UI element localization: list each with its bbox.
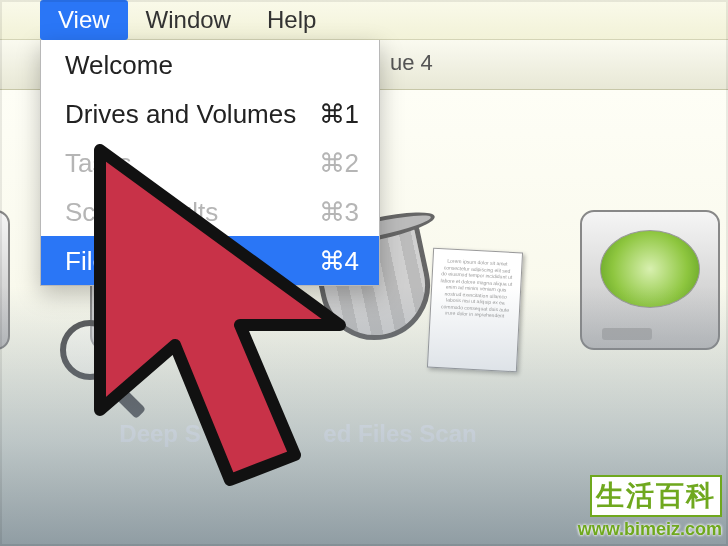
menu-item-shortcut: ⌘2: [319, 148, 359, 179]
menubar-item-view[interactable]: View: [40, 0, 128, 40]
menu-item-shortcut: ⌘4: [319, 246, 359, 277]
menu-item-label: Tasks: [65, 148, 131, 179]
watermark-text: 生活百科: [590, 475, 722, 517]
watermark-url: www.bimeiz.com: [578, 519, 722, 540]
tab-label-fragment: ue 4: [390, 50, 433, 76]
menubar: View Window Help: [0, 0, 728, 40]
menu-item-label: FileIQ: [65, 246, 134, 277]
menu-item-label: Welcome: [65, 50, 173, 81]
menu-item-tasks: Tasks ⌘2: [41, 138, 379, 187]
menu-item-shortcut: ⌘1: [319, 99, 359, 130]
menubar-item-window[interactable]: Window: [128, 0, 249, 40]
menu-item-fileiq[interactable]: FileIQ ⌘4: [41, 236, 379, 285]
card-label: an: [0, 420, 30, 448]
card-label: ed Files Scan: [290, 420, 510, 448]
view-menu-dropdown: Welcome Drives and Volumes ⌘1 Tasks ⌘2 S…: [40, 40, 380, 286]
drive-green-icon: [560, 210, 728, 390]
menu-item-scan-results: Scan Results ⌘3: [41, 187, 379, 236]
card-scan-partial[interactable]: an: [0, 210, 30, 546]
menu-item-label: Scan Results: [65, 197, 218, 228]
menubar-item-help[interactable]: Help: [249, 0, 334, 40]
watermark: 生活百科 www.bimeiz.com: [578, 475, 722, 540]
card-label: Deep S: [70, 420, 250, 448]
drive-magnifier-icon: [0, 210, 30, 390]
menu-item-welcome[interactable]: Welcome: [41, 40, 379, 89]
menu-item-label: Drives and Volumes: [65, 99, 296, 130]
menu-item-shortcut: ⌘3: [319, 197, 359, 228]
menu-item-drives-and-volumes[interactable]: Drives and Volumes ⌘1: [41, 89, 379, 138]
